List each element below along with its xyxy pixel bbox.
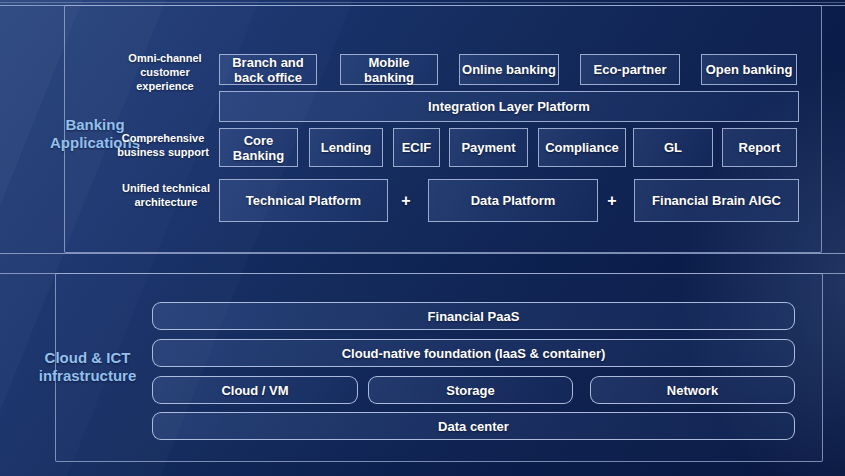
gl-box: GL: [633, 128, 713, 167]
cloud-vm-box: Cloud / VM: [152, 376, 358, 404]
integration-layer-platform-box: Integration Layer Platform: [219, 91, 799, 122]
data-platform-box: Data Platform: [428, 179, 598, 222]
mobile-banking-box: Mobile banking: [340, 54, 438, 85]
online-banking-box: Online banking: [459, 54, 559, 85]
financial-brain-aigc-box: Financial Brain AIGC: [634, 179, 799, 222]
business-support-label: Comprehensive business support: [112, 131, 214, 159]
plus-sign-2: +: [602, 179, 622, 222]
branch-back-office-box: Branch and back office: [219, 54, 317, 85]
compliance-box: Compliance: [538, 128, 626, 167]
storage-box: Storage: [368, 376, 573, 404]
separator-line-middle-upper: [0, 253, 845, 254]
core-banking-box: Core Banking: [219, 128, 298, 167]
lending-box: Lending: [309, 128, 383, 167]
omni-channel-label: Omni-channel customer experience: [115, 51, 215, 93]
data-center-box: Data center: [152, 412, 795, 440]
cloud-ict-title: Cloud & ICT infrastructure: [25, 349, 150, 385]
network-box: Network: [590, 376, 795, 404]
report-box: Report: [722, 128, 797, 167]
cloud-native-foundation-box: Cloud-native foundation (IaaS & containe…: [152, 339, 795, 367]
payment-box: Payment: [449, 128, 528, 167]
technical-platform-box: Technical Platform: [219, 179, 388, 222]
ecif-box: ECIF: [393, 128, 440, 167]
technical-architecture-label: Unified technical architecture: [118, 181, 214, 209]
open-banking-box: Open banking: [701, 54, 797, 85]
financial-paas-box: Financial PaaS: [152, 302, 795, 330]
eco-partner-box: Eco-partner: [580, 54, 680, 85]
architecture-diagram: { "banking": { "title": "Banking\nApplic…: [0, 0, 845, 476]
separator-line-top-outer: [0, 2, 845, 3]
plus-sign-1: +: [396, 179, 416, 222]
